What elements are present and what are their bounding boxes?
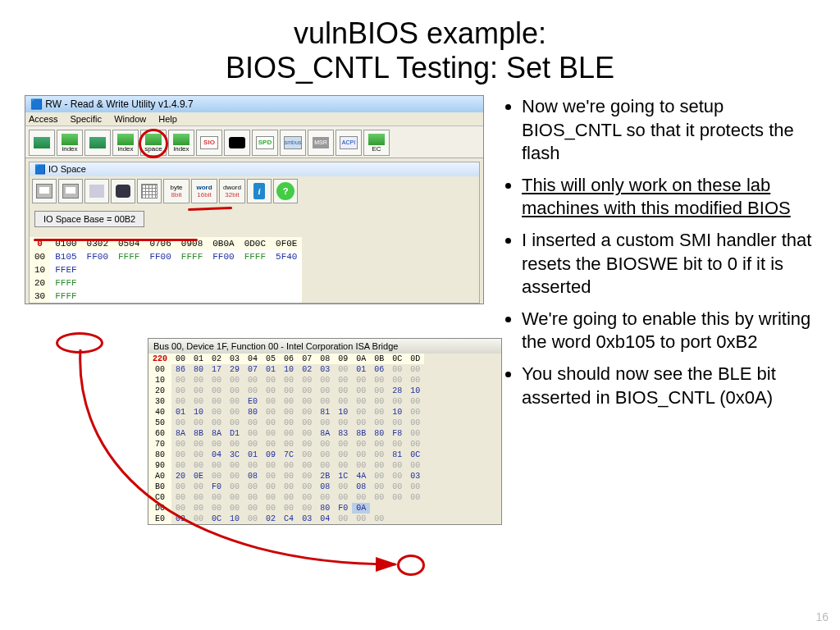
save-icon[interactable]: [32, 179, 57, 203]
red-circle-0a-value: [397, 555, 425, 576]
bullet-text: Now we're going to setup BIOS_CNTL so th…: [500, 95, 815, 418]
slide-title: vulnBIOS example:BIOS_CNTL Testing: Set …: [25, 16, 815, 85]
rw-utility-window: 🟦 RW - Read & Write Utility v1.4.9.7 Acc…: [25, 95, 484, 304]
toolbar-button-2[interactable]: [84, 130, 111, 156]
toolbar-button-12[interactable]: EC: [363, 130, 390, 156]
toolbar-button-5[interactable]: index: [168, 130, 194, 156]
building-icon[interactable]: [84, 179, 109, 203]
toolbar-button-7[interactable]: [224, 130, 250, 156]
byte-button[interactable]: byte8bit: [163, 179, 189, 203]
grid-icon[interactable]: [137, 179, 162, 203]
help-icon[interactable]: ?: [273, 179, 298, 203]
red-circle-b105: [56, 332, 103, 354]
iospace-toolbar: byte8bit word16bit dword32bit i ?: [30, 176, 479, 206]
menu-specific[interactable]: Specific: [71, 114, 103, 124]
toolbar-button-1[interactable]: index: [57, 130, 83, 156]
bullet-item: You should now see the BLE bit asserted …: [522, 363, 815, 409]
info-icon[interactable]: i: [247, 179, 272, 203]
menu-window[interactable]: Window: [114, 114, 146, 124]
red-circle-space-button: [139, 129, 168, 158]
toolbar-button-6[interactable]: SIO: [196, 130, 222, 156]
iospace-hex-table: 0010003020504070609080B0A0D0C0F0E00B105F…: [30, 237, 302, 303]
red-underline-base: [34, 239, 198, 241]
toolbar-button-10[interactable]: MSR: [308, 130, 334, 156]
window-titlebar: 🟦 RW - Read & Write Utility v1.4.9.7: [25, 96, 483, 112]
toolbar-button-0[interactable]: [29, 130, 55, 156]
menu-access[interactable]: Access: [29, 114, 57, 124]
save-bin-icon[interactable]: [58, 179, 83, 203]
page-number: 16: [815, 610, 829, 623]
io-base-button[interactable]: IO Space Base = 00B2: [34, 211, 144, 227]
pci-hex-table: 220000102030405060708090A0B0C0D008680172…: [148, 354, 424, 524]
binoculars-icon[interactable]: [111, 179, 135, 203]
toolbar-button-9[interactable]: smbus: [280, 130, 306, 156]
iospace-window: 🟦 IO Space byte8bit word16bit dword32bit…: [29, 162, 480, 304]
word-button[interactable]: word16bit: [191, 179, 217, 203]
bullet-item: We're going to enable this by writing th…: [522, 308, 815, 354]
menu-help[interactable]: Help: [158, 114, 177, 124]
dword-button[interactable]: dword32bit: [219, 179, 245, 203]
menubar: Access Specific Window Help: [25, 112, 483, 126]
toolbar-button-3[interactable]: index: [112, 130, 139, 156]
toolbar-button-8[interactable]: SPD: [252, 130, 278, 156]
screenshot-area: 🟦 RW - Read & Write Utility v1.4.9.7 Acc…: [25, 95, 484, 418]
main-toolbar: indexindexspaceindexSIOSPDsmbusMSRACPIEC: [25, 126, 483, 158]
bullet-item: This will only work on these lab machine…: [522, 174, 815, 221]
toolbar-button-11[interactable]: ACPI: [336, 130, 362, 156]
bullet-item: Now we're going to setup BIOS_CNTL so th…: [522, 95, 815, 166]
bullet-item: I inserted a custom SMI handler that res…: [522, 229, 815, 299]
pci-config-window: Bus 00, Device 1F, Function 00 - Intel C…: [148, 338, 502, 525]
